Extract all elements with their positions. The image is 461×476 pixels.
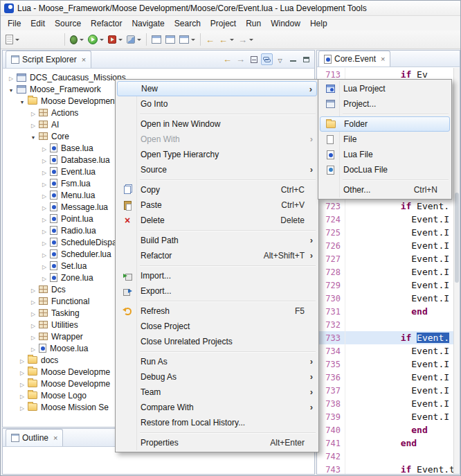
chevron-expanded-icon[interactable] (28, 132, 38, 141)
menu-project[interactable]: Project (206, 17, 241, 30)
menu-item-open-in-new-window[interactable]: Open in New Window (117, 116, 317, 132)
forward-button[interactable]: → (236, 32, 255, 47)
menu-navigate[interactable]: Navigate (127, 17, 169, 30)
chevron-collapsed-icon[interactable] (28, 285, 38, 294)
run-button[interactable] (86, 32, 106, 47)
view-menu-button[interactable] (274, 53, 286, 65)
chevron-collapsed-icon[interactable] (28, 333, 38, 341)
chevron-collapsed-icon[interactable] (17, 356, 27, 364)
script-explorer-title: Script Explorer (22, 55, 77, 64)
menu-item-close-project[interactable]: Close Project (117, 319, 317, 334)
chevron-collapsed-icon[interactable] (39, 215, 49, 223)
menu-item-copy[interactable]: CopyCtrl+C (117, 182, 317, 197)
menu-item-go-into[interactable]: Go Into (117, 96, 317, 112)
menu-item-team[interactable]: Team (117, 385, 317, 400)
back-button[interactable]: ← (217, 32, 236, 47)
external-tools-button[interactable] (106, 32, 125, 47)
menu-item-restore-from-local-history[interactable]: Restore from Local History... (117, 415, 317, 430)
menu-help[interactable]: Help (305, 17, 332, 30)
menu-item-compare-with[interactable]: Compare With (117, 400, 317, 415)
menu-run[interactable]: Run (241, 17, 266, 30)
chevron-collapsed-icon[interactable] (39, 156, 49, 164)
chevron-expanded-icon[interactable] (6, 85, 16, 94)
chevron-collapsed-icon[interactable] (17, 391, 27, 400)
open-resource-button[interactable] (163, 32, 177, 47)
chevron-collapsed-icon[interactable] (39, 250, 49, 258)
chevron-collapsed-icon[interactable] (39, 262, 49, 270)
collapse-all-button[interactable] (248, 53, 260, 65)
dropdown-caret-icon (118, 39, 123, 41)
chevron-collapsed-icon[interactable] (39, 191, 49, 200)
menu-item-refresh[interactable]: RefreshF5 (117, 303, 317, 319)
chevron-collapsed-icon[interactable] (28, 297, 38, 306)
submenu-item-project[interactable]: Project... (320, 96, 450, 112)
view-back-button[interactable]: ← (222, 53, 233, 65)
maximize-button[interactable] (300, 53, 312, 65)
chevron-collapsed-icon[interactable] (39, 274, 49, 282)
chevron-collapsed-icon[interactable] (39, 179, 49, 188)
tab-core-event[interactable]: Core.Event (318, 51, 390, 67)
menu-edit[interactable]: Edit (26, 17, 50, 30)
chevron-collapsed-icon[interactable] (6, 73, 16, 82)
chevron-collapsed-icon[interactable] (28, 309, 38, 317)
chevron-collapsed-icon[interactable] (39, 227, 49, 235)
chevron-collapsed-icon[interactable] (39, 203, 49, 211)
scrollbar-thumb[interactable] (455, 193, 459, 283)
menu-window[interactable]: Window (266, 17, 305, 30)
coverage-button[interactable] (125, 32, 143, 47)
tab-script-explorer[interactable]: Script Explorer (6, 51, 91, 68)
line-number: 741 (317, 437, 341, 450)
menu-source[interactable]: Source (50, 17, 86, 30)
code-line-current: 733 if Event. (317, 331, 460, 344)
submenu-item-lua-file[interactable]: Lua File (320, 147, 450, 162)
chevron-collapsed-icon[interactable] (39, 168, 49, 176)
menu-item-refactor[interactable]: RefactorAlt+Shift+T (117, 248, 317, 263)
submenu-item-folder[interactable]: Folder (320, 116, 450, 132)
menu-item-source[interactable]: Source (117, 162, 317, 177)
menu-item-delete[interactable]: DeleteDelete (117, 213, 317, 228)
link-with-editor-button[interactable] (261, 53, 273, 65)
menu-refactor[interactable]: Refactor (86, 17, 127, 30)
menu-item-build-path[interactable]: Build Path (117, 233, 317, 248)
minimize-button[interactable] (287, 53, 299, 65)
chevron-collapsed-icon[interactable] (39, 238, 49, 247)
chevron-collapsed-icon[interactable] (28, 344, 38, 353)
menu-file[interactable]: File (3, 17, 26, 30)
menu-item-properties[interactable]: PropertiesAlt+Enter (117, 435, 317, 450)
chevron-collapsed-icon[interactable] (28, 109, 38, 117)
submenu-item-file[interactable]: File (320, 132, 450, 147)
menu-item-close-unrelated-projects[interactable]: Close Unrelated Projects (117, 334, 317, 349)
menu-item-debug-as[interactable]: Debug As (117, 369, 317, 385)
chevron-collapsed-icon[interactable] (28, 321, 38, 329)
submenu-item-lua-project[interactable]: Lua Project (320, 81, 450, 96)
tab-outline[interactable]: Outline (6, 429, 63, 446)
chevron-expanded-icon[interactable] (17, 97, 27, 105)
submenu-item-other[interactable]: Other...Ctrl+N (320, 182, 450, 197)
lua-file-icon (50, 226, 57, 235)
close-icon[interactable] (381, 55, 385, 63)
chevron-collapsed-icon[interactable] (17, 403, 27, 412)
chevron-collapsed-icon[interactable] (39, 144, 49, 152)
editor-scrollbar[interactable] (453, 68, 460, 474)
chevron-collapsed-icon[interactable] (17, 380, 27, 388)
chevron-collapsed-icon[interactable] (17, 368, 27, 376)
close-icon[interactable] (53, 434, 57, 442)
submenu-item-doclua-file[interactable]: DocLua File (320, 162, 450, 177)
debug-button[interactable] (68, 32, 86, 47)
menu-item-new[interactable]: New (117, 81, 317, 96)
chevron-collapsed-icon[interactable] (28, 121, 38, 129)
menu-search[interactable]: Search (170, 17, 206, 30)
search-button[interactable] (177, 32, 197, 47)
lua-file-icon (50, 273, 57, 282)
lua-file-icon (50, 202, 57, 211)
menu-item-paste[interactable]: PasteCtrl+V (117, 197, 317, 213)
view-forward-button[interactable]: → (235, 53, 246, 65)
menu-item-import[interactable]: Import... (117, 268, 317, 283)
last-edit-location-button[interactable]: ← (204, 32, 217, 47)
close-icon[interactable] (82, 56, 86, 64)
open-type-button[interactable] (150, 32, 163, 47)
menu-item-export[interactable]: Export... (117, 283, 317, 299)
new-button[interactable] (3, 32, 21, 47)
menu-item-run-as[interactable]: Run As (117, 354, 317, 369)
menu-item-open-type-hierarchy[interactable]: Open Type Hierarchy (117, 147, 317, 162)
